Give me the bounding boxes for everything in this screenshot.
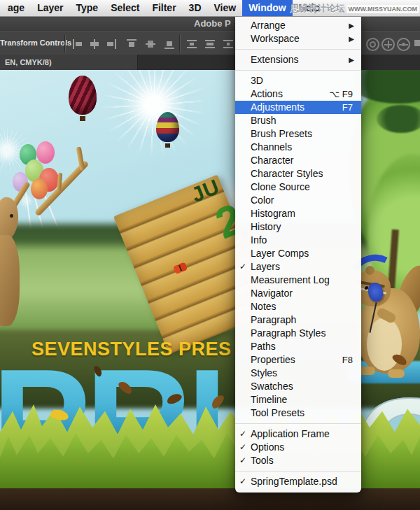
menu-item-extensions[interactable]: Extensions▶	[235, 53, 361, 66]
menu-item-options[interactable]: ✓Options	[235, 441, 361, 454]
menu-item-measurement-log[interactable]: Measurement Log	[235, 274, 361, 287]
watermark-cn: 思缘设计论坛	[290, 2, 345, 15]
menu-item-properties[interactable]: PropertiesF8	[235, 353, 361, 367]
menu-item-history[interactable]: History	[235, 220, 361, 234]
align-left-edges-icon[interactable]	[73, 39, 84, 49]
menu-item-color[interactable]: Color	[235, 194, 361, 207]
deer-eye	[10, 214, 13, 218]
checkmark-icon: ✓	[239, 260, 249, 274]
menu-item-label: Adjustments	[251, 101, 304, 113]
dark-leaves	[377, 105, 420, 133]
submenu-arrow-icon: ▶	[349, 32, 354, 45]
distribute-top-edges-icon[interactable]	[186, 39, 197, 49]
firework	[102, 70, 206, 157]
align-top-edges-icon[interactable]	[126, 39, 137, 49]
menu-item-3d[interactable]: 3D	[235, 74, 361, 87]
menubar-item-window[interactable]: Window	[242, 0, 293, 16]
menu-item-label: Swatches	[251, 381, 293, 392]
menubar-item-filter[interactable]: Filter	[146, 0, 182, 16]
menu-item-label: Layer Comps	[251, 248, 309, 259]
menu-item-workspace[interactable]: Workspace▶	[235, 32, 361, 45]
menu-item-layer-comps[interactable]: Layer Comps	[235, 247, 361, 260]
menubar-item-3d[interactable]: 3D	[183, 0, 208, 16]
menu-item-paths[interactable]: Paths	[235, 340, 361, 353]
align-bottom-edges-icon[interactable]	[164, 39, 175, 49]
menu-item-label: Workspace	[251, 33, 300, 44]
menubar-item-select[interactable]: Select	[104, 0, 146, 16]
checkmark-icon: ✓	[239, 454, 249, 467]
menu-item-label: Application Frame	[251, 428, 330, 439]
menu-item-paragraph[interactable]: Paragraph	[235, 313, 361, 327]
checkmark-icon: ✓	[239, 475, 249, 488]
menu-item-swatches[interactable]: Swatches	[235, 380, 361, 393]
menu-item-layers[interactable]: ✓Layers	[235, 260, 361, 274]
3d-slide-icon[interactable]	[397, 38, 410, 51]
menu-item-label: Histogram	[251, 208, 295, 219]
menu-item-brush[interactable]: Brush	[235, 114, 361, 127]
menu-item-label: Properties	[251, 354, 295, 365]
align-horizontal-centers-icon[interactable]	[89, 39, 100, 49]
menu-item-histogram[interactable]: Histogram	[235, 207, 361, 220]
menu-item-label: Measurement Log	[251, 274, 330, 285]
checkmark-icon: ✓	[239, 427, 249, 441]
menu-item-tool-presets[interactable]: Tool Presets	[235, 406, 361, 420]
menu-item-shortcut: F8	[342, 353, 353, 367]
distribute-bottom-edges-icon[interactable]	[223, 39, 234, 49]
3d-rotate-icon[interactable]	[366, 38, 379, 51]
menu-item-label: Paths	[251, 341, 276, 352]
menu-item-paragraph-styles[interactable]: Paragraph Styles	[235, 327, 361, 340]
menu-item-channels[interactable]: Channels	[235, 141, 361, 154]
3d-scale-icon[interactable]	[414, 40, 420, 46]
menu-item-timeline[interactable]: Timeline	[235, 393, 361, 406]
app-title: Adobe P	[194, 18, 231, 29]
menu-separator	[235, 471, 361, 472]
submenu-arrow-icon: ▶	[349, 19, 354, 32]
menu-item-clone-source[interactable]: Clone Source	[235, 180, 361, 194]
menu-item-label: Info	[251, 234, 267, 246]
menu-item-label: Channels	[251, 141, 292, 153]
checkmark-icon: ✓	[239, 441, 249, 454]
menu-item-label: History	[251, 221, 281, 232]
menu-item-adjustments[interactable]: AdjustmentsF7	[235, 101, 361, 114]
menu-item-brush-presets[interactable]: Brush Presets	[235, 127, 361, 141]
menu-item-notes[interactable]: Notes	[235, 300, 361, 313]
menu-item-styles[interactable]: Styles	[235, 367, 361, 380]
menu-item-label: Arrange	[251, 20, 286, 31]
menu-item-tools[interactable]: ✓Tools	[235, 454, 361, 467]
menu-separator	[235, 70, 361, 71]
menu-item-label: Styles	[251, 367, 277, 378]
menubar-item-view[interactable]: View	[208, 0, 243, 16]
party-balloon	[31, 178, 48, 199]
party-balloon	[36, 141, 55, 164]
menu-item-label: Paragraph Styles	[251, 327, 326, 339]
distribute-vertical-centers-icon[interactable]	[204, 39, 216, 49]
align-right-edges-icon[interactable]	[105, 39, 116, 49]
menu-item-info[interactable]: Info	[235, 234, 361, 247]
document-tab-label: EN, CMYK/8)	[0, 58, 52, 66]
menu-item-application-frame[interactable]: ✓Application Frame	[235, 427, 361, 441]
menu-item-label: Navigator	[251, 288, 293, 299]
menu-item-springtemplate-psd[interactable]: ✓SpringTemplate.psd	[235, 475, 361, 488]
menu-item-label: SpringTemplate.psd	[251, 476, 337, 487]
menu-item-arrange[interactable]: Arrange▶	[235, 19, 361, 32]
menu-item-label: Brush	[251, 115, 276, 126]
hot-air-balloon-maroon	[69, 76, 97, 115]
menu-item-label: Timeline	[251, 394, 287, 405]
menu-item-navigator[interactable]: Navigator	[235, 287, 361, 300]
menu-item-label: Clone Source	[251, 181, 310, 192]
menubar-item-type[interactable]: Type	[69, 0, 104, 16]
menubar-item-layer[interactable]: Layer	[31, 0, 69, 16]
menu-separator	[235, 49, 361, 50]
submenu-arrow-icon: ▶	[349, 53, 354, 66]
3d-pan-icon[interactable]	[382, 38, 395, 51]
menu-item-character[interactable]: Character	[235, 154, 361, 167]
menubar-item-age[interactable]: age	[1, 0, 31, 16]
align-vertical-centers-icon[interactable]	[145, 39, 156, 49]
watermark: 思缘设计论坛 WWW.MISSYUAN.COM	[290, 2, 420, 15]
menu-item-character-styles[interactable]: Character Styles	[235, 167, 361, 180]
transform-controls-label: Transform Controls	[0, 38, 71, 47]
menu-item-actions[interactable]: Actions⌥ F9	[235, 87, 361, 101]
hot-air-balloon-multicolor	[156, 112, 179, 142]
document-tab[interactable]: EN, CMYK/8)	[0, 55, 138, 70]
menu-item-label: Paragraph	[251, 314, 296, 325]
